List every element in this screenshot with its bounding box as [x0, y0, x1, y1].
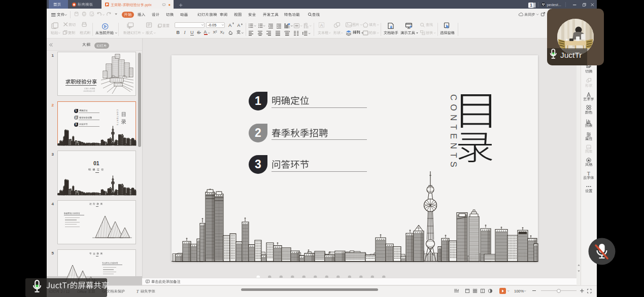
svg-text:T: T [587, 171, 590, 176]
svg-text:A: A [320, 22, 323, 27]
svg-text:1: 1 [530, 3, 532, 8]
